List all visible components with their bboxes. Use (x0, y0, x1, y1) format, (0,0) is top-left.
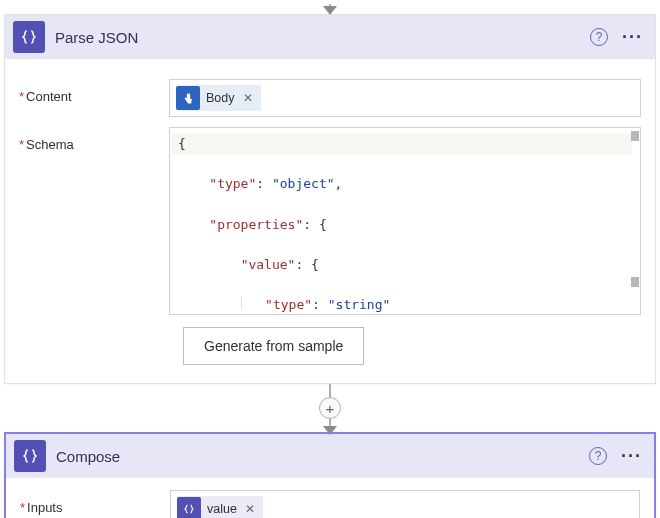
inputs-label: Inputs (27, 500, 62, 515)
card-body: *Content Body ✕ *Schema { "type": "objec… (5, 59, 655, 383)
connector-in (4, 4, 656, 14)
token-body[interactable]: Body ✕ (176, 85, 261, 111)
card-header[interactable]: Parse JSON ? ··· (5, 15, 655, 59)
action-card-parse-json[interactable]: Parse JSON ? ··· *Content Body ✕ (4, 14, 656, 384)
param-schema: *Schema { "type": "object", "properties"… (19, 127, 641, 315)
token-value[interactable]: value ✕ (177, 496, 263, 518)
card-title: Parse JSON (55, 29, 590, 46)
content-input[interactable]: Body ✕ (169, 79, 641, 117)
parse-json-icon (13, 21, 45, 53)
param-content: *Content Body ✕ (19, 79, 641, 117)
pointer-icon (176, 86, 200, 110)
generate-from-sample-button[interactable]: Generate from sample (183, 327, 364, 365)
content-label: Content (26, 89, 72, 104)
help-icon[interactable]: ? (589, 447, 607, 465)
schema-label: Schema (26, 137, 74, 152)
card-header[interactable]: Compose ? ··· (6, 434, 654, 478)
more-icon[interactable]: ··· (622, 28, 643, 46)
scrollbar[interactable] (629, 129, 639, 313)
compose-icon (14, 440, 46, 472)
code-text: { (178, 136, 186, 151)
inputs-input[interactable]: value ✕ (170, 490, 640, 518)
token-label: Body (206, 91, 235, 105)
connector-between: + (4, 384, 656, 432)
action-card-compose[interactable]: Compose ? ··· *Inputs v (4, 432, 656, 518)
token-label: value (207, 502, 237, 516)
param-inputs: *Inputs value ✕ (20, 490, 640, 518)
card-body: *Inputs value ✕ (6, 478, 654, 518)
add-step-button[interactable]: + (319, 397, 341, 419)
schema-editor[interactable]: { "type": "object", "properties": { "val… (169, 127, 641, 315)
close-icon[interactable]: ✕ (243, 91, 253, 105)
more-icon[interactable]: ··· (621, 447, 642, 465)
braces-icon (177, 497, 201, 518)
help-icon[interactable]: ? (590, 28, 608, 46)
card-title: Compose (56, 448, 589, 465)
close-icon[interactable]: ✕ (245, 502, 255, 516)
